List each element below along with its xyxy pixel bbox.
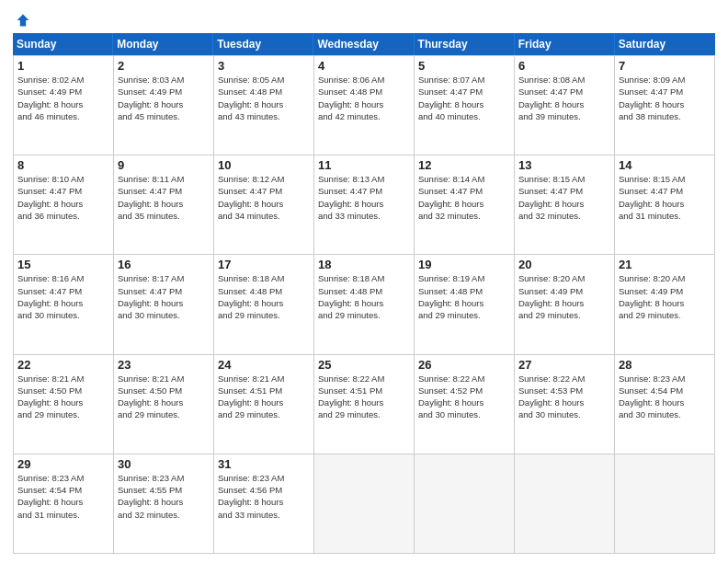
day-cell-23: 23Sunrise: 8:21 AM Sunset: 4:50 PM Dayli… bbox=[114, 355, 214, 454]
day-number: 23 bbox=[118, 358, 210, 372]
day-cell-3: 3Sunrise: 8:05 AM Sunset: 4:48 PM Daylig… bbox=[214, 56, 314, 155]
weekday-header-tuesday: Tuesday bbox=[213, 33, 313, 55]
day-cell-28: 28Sunrise: 8:23 AM Sunset: 4:54 PM Dayli… bbox=[615, 355, 715, 454]
day-number: 31 bbox=[218, 457, 310, 471]
calendar-header: SundayMondayTuesdayWednesdayThursdayFrid… bbox=[13, 33, 715, 55]
day-number: 17 bbox=[218, 258, 310, 271]
day-cell-27: 27Sunrise: 8:22 AM Sunset: 4:53 PM Dayli… bbox=[515, 355, 615, 454]
calendar: SundayMondayTuesdayWednesdayThursdayFrid… bbox=[13, 33, 715, 554]
day-cell-26: 26Sunrise: 8:22 AM Sunset: 4:52 PM Dayli… bbox=[415, 355, 515, 454]
day-number: 22 bbox=[17, 358, 109, 372]
day-info: Sunrise: 8:21 AM Sunset: 4:51 PM Dayligh… bbox=[218, 373, 310, 421]
day-info: Sunrise: 8:02 AM Sunset: 4:49 PM Dayligh… bbox=[17, 74, 109, 122]
calendar-body: 1Sunrise: 8:02 AM Sunset: 4:49 PM Daylig… bbox=[13, 55, 715, 554]
day-cell-31: 31Sunrise: 8:23 AM Sunset: 4:56 PM Dayli… bbox=[214, 454, 314, 554]
empty-cell bbox=[615, 454, 715, 554]
day-cell-7: 7Sunrise: 8:09 AM Sunset: 4:47 PM Daylig… bbox=[615, 56, 715, 155]
day-cell-24: 24Sunrise: 8:21 AM Sunset: 4:51 PM Dayli… bbox=[214, 355, 314, 454]
day-info: Sunrise: 8:08 AM Sunset: 4:47 PM Dayligh… bbox=[518, 74, 610, 122]
day-number: 3 bbox=[218, 59, 310, 73]
day-info: Sunrise: 8:15 AM Sunset: 4:47 PM Dayligh… bbox=[518, 173, 610, 222]
day-info: Sunrise: 8:22 AM Sunset: 4:52 PM Dayligh… bbox=[418, 373, 510, 421]
weekday-header-friday: Friday bbox=[515, 33, 615, 55]
day-info: Sunrise: 8:05 AM Sunset: 4:48 PM Dayligh… bbox=[218, 74, 310, 122]
day-cell-9: 9Sunrise: 8:11 AM Sunset: 4:47 PM Daylig… bbox=[114, 155, 214, 255]
day-cell-21: 21Sunrise: 8:20 AM Sunset: 4:49 PM Dayli… bbox=[615, 255, 715, 354]
day-info: Sunrise: 8:19 AM Sunset: 4:48 PM Dayligh… bbox=[418, 272, 510, 321]
day-info: Sunrise: 8:13 AM Sunset: 4:47 PM Dayligh… bbox=[318, 173, 410, 222]
day-cell-20: 20Sunrise: 8:20 AM Sunset: 4:49 PM Dayli… bbox=[515, 255, 615, 354]
day-info: Sunrise: 8:20 AM Sunset: 4:49 PM Dayligh… bbox=[619, 272, 711, 321]
day-info: Sunrise: 8:22 AM Sunset: 4:53 PM Dayligh… bbox=[518, 373, 610, 421]
calendar-row-4: 22Sunrise: 8:21 AM Sunset: 4:50 PM Dayli… bbox=[14, 355, 715, 454]
day-number: 24 bbox=[218, 358, 310, 372]
day-info: Sunrise: 8:10 AM Sunset: 4:47 PM Dayligh… bbox=[17, 173, 109, 222]
calendar-row-3: 15Sunrise: 8:16 AM Sunset: 4:47 PM Dayli… bbox=[14, 255, 715, 354]
day-number: 12 bbox=[418, 158, 510, 172]
day-number: 4 bbox=[318, 59, 410, 73]
day-number: 25 bbox=[318, 358, 410, 372]
day-info: Sunrise: 8:23 AM Sunset: 4:55 PM Dayligh… bbox=[118, 472, 210, 521]
day-info: Sunrise: 8:06 AM Sunset: 4:48 PM Dayligh… bbox=[318, 74, 410, 122]
day-number: 29 bbox=[17, 457, 109, 471]
day-cell-10: 10Sunrise: 8:12 AM Sunset: 4:47 PM Dayli… bbox=[214, 155, 314, 255]
day-cell-22: 22Sunrise: 8:21 AM Sunset: 4:50 PM Dayli… bbox=[14, 355, 114, 454]
day-cell-18: 18Sunrise: 8:18 AM Sunset: 4:48 PM Dayli… bbox=[314, 255, 415, 354]
day-info: Sunrise: 8:23 AM Sunset: 4:54 PM Dayligh… bbox=[619, 373, 711, 421]
empty-cell bbox=[314, 454, 415, 554]
day-info: Sunrise: 8:16 AM Sunset: 4:47 PM Dayligh… bbox=[17, 272, 109, 321]
day-cell-29: 29Sunrise: 8:23 AM Sunset: 4:54 PM Dayli… bbox=[14, 454, 114, 554]
day-info: Sunrise: 8:17 AM Sunset: 4:47 PM Dayligh… bbox=[118, 272, 210, 321]
day-info: Sunrise: 8:23 AM Sunset: 4:56 PM Dayligh… bbox=[218, 472, 310, 521]
day-cell-6: 6Sunrise: 8:08 AM Sunset: 4:47 PM Daylig… bbox=[515, 56, 615, 155]
day-info: Sunrise: 8:03 AM Sunset: 4:49 PM Dayligh… bbox=[118, 74, 210, 122]
day-cell-1: 1Sunrise: 8:02 AM Sunset: 4:49 PM Daylig… bbox=[14, 56, 114, 155]
calendar-row-1: 1Sunrise: 8:02 AM Sunset: 4:49 PM Daylig… bbox=[14, 56, 715, 155]
day-cell-19: 19Sunrise: 8:19 AM Sunset: 4:48 PM Dayli… bbox=[415, 255, 515, 354]
weekday-header-saturday: Saturday bbox=[615, 33, 715, 55]
logo-icon bbox=[16, 13, 30, 28]
day-number: 5 bbox=[418, 59, 510, 73]
day-info: Sunrise: 8:11 AM Sunset: 4:47 PM Dayligh… bbox=[118, 173, 210, 222]
day-number: 14 bbox=[619, 158, 711, 172]
day-cell-13: 13Sunrise: 8:15 AM Sunset: 4:47 PM Dayli… bbox=[515, 155, 615, 255]
weekday-header-wednesday: Wednesday bbox=[313, 33, 414, 55]
day-number: 7 bbox=[619, 59, 711, 73]
day-cell-30: 30Sunrise: 8:23 AM Sunset: 4:55 PM Dayli… bbox=[114, 454, 214, 554]
day-number: 9 bbox=[118, 158, 210, 172]
day-number: 28 bbox=[619, 358, 711, 372]
day-number: 27 bbox=[518, 358, 610, 372]
day-number: 2 bbox=[118, 59, 210, 73]
day-number: 30 bbox=[118, 457, 210, 471]
day-cell-25: 25Sunrise: 8:22 AM Sunset: 4:51 PM Dayli… bbox=[314, 355, 415, 454]
day-info: Sunrise: 8:22 AM Sunset: 4:51 PM Dayligh… bbox=[318, 373, 410, 421]
day-number: 15 bbox=[17, 258, 109, 271]
day-number: 13 bbox=[518, 158, 610, 172]
day-info: Sunrise: 8:18 AM Sunset: 4:48 PM Dayligh… bbox=[218, 272, 310, 321]
day-number: 1 bbox=[17, 59, 109, 73]
day-number: 10 bbox=[218, 158, 310, 172]
day-number: 8 bbox=[17, 158, 109, 172]
page: SundayMondayTuesdayWednesdayThursdayFrid… bbox=[0, 0, 728, 563]
day-number: 6 bbox=[518, 59, 610, 73]
calendar-row-5: 29Sunrise: 8:23 AM Sunset: 4:54 PM Dayli… bbox=[14, 454, 715, 554]
weekday-header-sunday: Sunday bbox=[13, 33, 113, 55]
day-cell-15: 15Sunrise: 8:16 AM Sunset: 4:47 PM Dayli… bbox=[14, 255, 114, 354]
day-cell-4: 4Sunrise: 8:06 AM Sunset: 4:48 PM Daylig… bbox=[314, 56, 415, 155]
day-cell-5: 5Sunrise: 8:07 AM Sunset: 4:47 PM Daylig… bbox=[415, 56, 515, 155]
day-cell-14: 14Sunrise: 8:15 AM Sunset: 4:47 PM Dayli… bbox=[615, 155, 715, 255]
day-number: 26 bbox=[418, 358, 510, 372]
day-info: Sunrise: 8:18 AM Sunset: 4:48 PM Dayligh… bbox=[318, 272, 410, 321]
empty-cell bbox=[415, 454, 515, 554]
weekday-header-thursday: Thursday bbox=[415, 33, 515, 55]
day-cell-11: 11Sunrise: 8:13 AM Sunset: 4:47 PM Dayli… bbox=[314, 155, 415, 255]
svg-marker-0 bbox=[17, 15, 29, 27]
day-info: Sunrise: 8:14 AM Sunset: 4:47 PM Dayligh… bbox=[418, 173, 510, 222]
day-cell-8: 8Sunrise: 8:10 AM Sunset: 4:47 PM Daylig… bbox=[14, 155, 114, 255]
day-cell-2: 2Sunrise: 8:03 AM Sunset: 4:49 PM Daylig… bbox=[114, 56, 214, 155]
calendar-row-2: 8Sunrise: 8:10 AM Sunset: 4:47 PM Daylig… bbox=[14, 155, 715, 255]
day-number: 11 bbox=[318, 158, 410, 172]
day-cell-12: 12Sunrise: 8:14 AM Sunset: 4:47 PM Dayli… bbox=[415, 155, 515, 255]
day-info: Sunrise: 8:15 AM Sunset: 4:47 PM Dayligh… bbox=[619, 173, 711, 222]
day-number: 19 bbox=[418, 258, 510, 271]
